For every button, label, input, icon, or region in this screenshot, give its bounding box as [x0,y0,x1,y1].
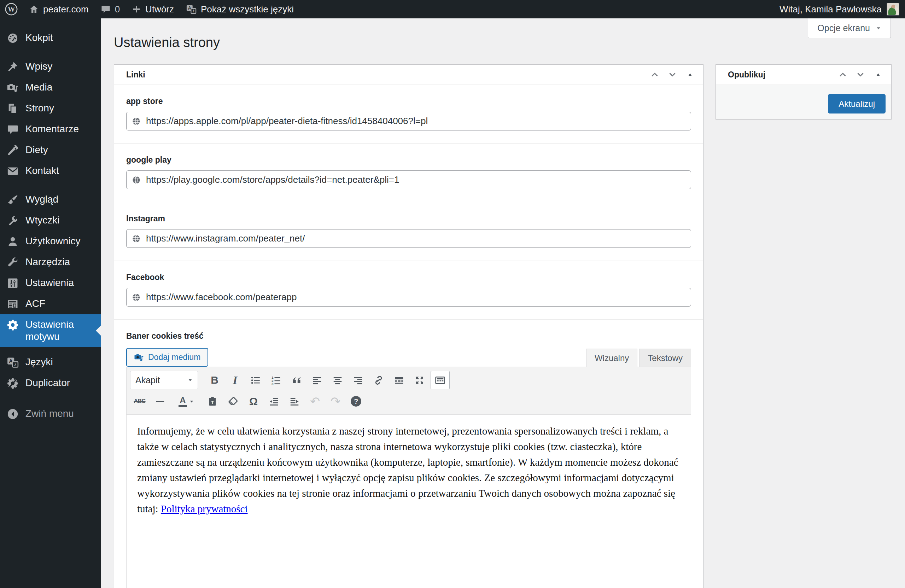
move-down-button[interactable] [852,66,869,83]
page-title: Ustawienia strony [114,18,892,52]
sidebar-item-narzedzia[interactable]: Narzędzia [0,252,101,273]
outdent-button[interactable] [264,392,284,410]
plugin-icon [7,215,19,227]
bullet-list-button[interactable] [246,371,265,389]
carrot-icon [7,144,19,156]
duplicator-icon [7,377,19,389]
bold-button[interactable]: B [205,371,224,389]
collapse-menu-button[interactable]: Zwiń menu [0,404,101,424]
sidebar-item-strony[interactable]: Strony [0,98,101,119]
sidebar-item-acf[interactable]: ACF [0,294,101,314]
publish-metabox-header: Opublikuj [716,65,891,85]
more-tag-button[interactable] [390,371,409,389]
blockquote-button[interactable] [287,371,306,389]
help-button[interactable]: ? [346,392,365,410]
text-color-button[interactable]: A [171,392,202,410]
sidebar-item-wpisy[interactable]: Wpisy [0,56,101,77]
svg-text:W: W [8,5,15,13]
link-button[interactable] [369,371,388,389]
google-play-url-input[interactable] [126,170,691,189]
linki-metabox: Linki app store google play [114,64,703,588]
screen-options-button[interactable]: Opcje ekranu [808,18,891,38]
fullscreen-button[interactable] [410,371,429,389]
editor-content[interactable]: Informujemy, że w celu ułatwienia korzys… [127,415,691,588]
sidebar-item-media[interactable]: Media [0,77,101,98]
home-icon [29,4,39,14]
italic-button[interactable]: I [225,371,245,389]
field-label: Instagram [126,214,691,224]
site-link[interactable]: peater.com [23,0,95,18]
tab-wizualny[interactable]: Wizualny [586,349,637,367]
field-google-play: google play [114,143,703,202]
format-select[interactable]: Akapit [130,371,198,389]
move-up-button[interactable] [834,66,852,83]
sidebar-item-jezyki[interactable]: Aż Języki [0,352,101,373]
collapse-toggle-button[interactable] [869,66,887,83]
sidebar-item-kontakt[interactable]: Kontakt [0,161,101,181]
sidebar-item-ustawienia[interactable]: Ustawienia [0,273,101,294]
metabox-title: Opublikuj [728,70,765,79]
cookies-text: Informujemy, że w celu ułatwienia korzys… [137,425,678,515]
editor-tabs: Wizualny Tekstowy [584,349,691,367]
field-label: app store [126,97,691,106]
numbered-list-button[interactable]: 123 [267,371,286,389]
mail-icon [7,165,19,177]
keyboard-icon [435,375,445,385]
brush-icon [7,194,19,206]
sidebar-item-kokpit[interactable]: Kokpit [0,28,101,48]
horizontal-rule-button[interactable] [151,392,170,410]
svg-text:ż: ż [14,362,16,367]
svg-text:T: T [211,399,214,405]
special-character-button[interactable]: Ω [244,392,263,410]
clear-formatting-button[interactable] [224,392,243,410]
tab-tekstowy[interactable]: Tekstowy [639,349,691,367]
undo-button[interactable]: ↶ [305,392,324,410]
collapse-toggle-button[interactable] [681,66,699,83]
main-content: Opcje ekranu Ustawienia strony Linki app… [101,18,905,588]
sidebar-item-ustawienia-motywu[interactable]: Ustawienia motywu [0,314,101,347]
sidebar-item-diety[interactable]: Diety [0,140,101,161]
align-right-icon [353,375,364,385]
update-button[interactable]: Aktualizuj [828,94,886,113]
comment-icon [101,4,111,14]
editor-toolbar: Akapit B I 123 [127,367,691,415]
omega-icon: Ω [249,396,258,407]
wordpress-menu[interactable]: W [0,0,23,18]
sidebar-item-duplicator[interactable]: Duplicator [0,373,101,394]
move-up-button[interactable] [646,66,664,83]
show-all-languages[interactable]: Aż Pokaż wszystkie języki [180,0,300,18]
chevron-down-icon [856,70,865,79]
comments-count: 0 [115,4,120,15]
add-media-button[interactable]: Dodaj medium [126,348,208,367]
sidebar-item-wtyczki[interactable]: Wtyczki [0,210,101,231]
align-right-button[interactable] [349,371,368,389]
toolbar-toggle-button[interactable] [430,371,450,389]
field-baner-cookies: Baner cookies treść Dodaj medium Wizualn… [114,319,703,588]
sidebar-item-uzytkownicy[interactable]: Użytkownicy [0,231,101,252]
app-store-url-input[interactable] [126,112,691,130]
align-center-button[interactable] [328,371,347,389]
paste-as-text-button[interactable]: T [203,392,222,410]
instagram-url-input[interactable] [126,229,691,248]
new-content-menu[interactable]: Utwórz [126,0,180,18]
wysiwyg-editor: Akapit B I 123 [126,367,691,588]
align-left-button[interactable] [308,371,327,389]
strikethrough-icon: ABC [133,399,145,404]
chevron-down-icon [668,70,677,79]
sidebar-separator [0,181,101,189]
redo-button[interactable]: ↷ [326,392,345,410]
strikethrough-button[interactable]: ABC [130,392,149,410]
paste-text-icon: T [207,396,218,407]
sidebar-item-komentarze[interactable]: Komentarze [0,119,101,140]
admin-sidebar: Kokpit Wpisy Media Strony Komentarze Die… [0,18,101,588]
greeting: Witaj, Kamila Pawłowska [780,4,882,15]
move-down-button[interactable] [664,66,681,83]
facebook-url-input[interactable] [126,288,691,307]
indent-button[interactable] [285,392,304,410]
privacy-policy-link[interactable]: Polityka prywatności [161,503,248,515]
caret-down-icon [188,378,193,383]
sidebar-item-wyglad[interactable]: Wygląd [0,189,101,210]
account-menu[interactable]: Witaj, Kamila Pawłowska [774,0,905,18]
comments-link[interactable]: 0 [95,0,126,18]
bullet-list-icon [250,375,261,385]
